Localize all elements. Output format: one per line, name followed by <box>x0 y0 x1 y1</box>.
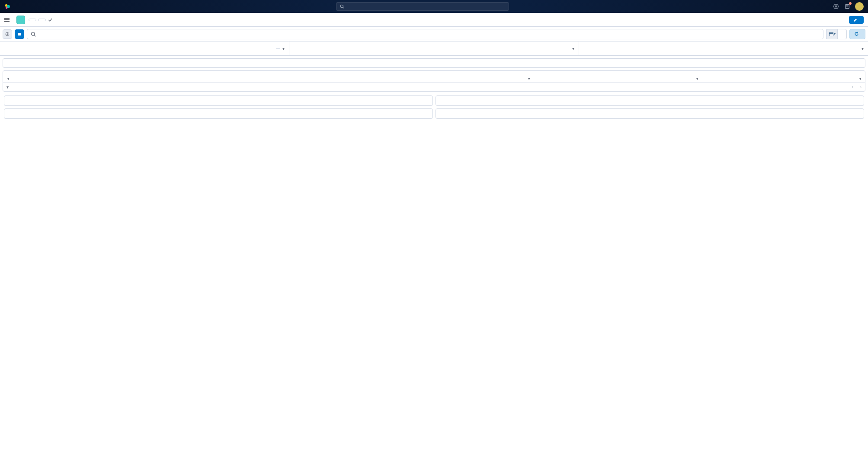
pod-name-control[interactable]: ▾ <box>579 41 868 55</box>
query-bar: ▾ <box>0 27 868 41</box>
mem-left-chart-panel <box>4 108 433 119</box>
filters-button[interactable] <box>3 29 12 39</box>
svg-point-5 <box>834 4 839 9</box>
check-icon <box>48 17 53 22</box>
status-table: ▾ ▾ ▾ ▾ <box>3 74 865 83</box>
pagination: ‹ › <box>852 85 862 89</box>
refresh-button[interactable] <box>849 29 865 39</box>
edit-button[interactable] <box>849 16 864 24</box>
svg-point-3 <box>340 5 343 7</box>
user-avatar[interactable] <box>855 2 864 11</box>
refresh-icon <box>854 32 859 36</box>
disk-icon <box>17 32 22 36</box>
filter-count-badge <box>276 48 280 49</box>
svg-point-14 <box>32 32 35 35</box>
mem-right-chart-panel <box>436 108 865 119</box>
search-icon <box>31 32 36 37</box>
cluster-name-control[interactable]: ▾ <box>0 41 289 55</box>
calendar-icon[interactable]: ▾ <box>826 29 837 39</box>
col-ready[interactable]: ▾ <box>641 74 753 83</box>
kql-input[interactable] <box>27 29 823 39</box>
nav-toggle-button[interactable] <box>4 16 13 24</box>
svg-point-2 <box>6 7 8 9</box>
controls-row: ▾ ▾ ▾ <box>0 41 868 56</box>
namespace-name-control[interactable]: ▾ <box>289 41 579 55</box>
global-search-input[interactable] <box>336 2 509 11</box>
svg-line-4 <box>343 7 344 9</box>
global-header <box>0 0 868 13</box>
svg-rect-13 <box>18 32 21 35</box>
search-icon <box>340 4 344 9</box>
svg-point-6 <box>835 6 837 7</box>
app-badge[interactable] <box>16 16 25 24</box>
dashboard-links <box>3 62 865 67</box>
newsfeed-icon[interactable] <box>844 3 851 10</box>
svg-line-15 <box>34 35 35 36</box>
svg-rect-7 <box>846 5 849 9</box>
page-prev[interactable]: ‹ <box>852 85 853 89</box>
saved-query-button[interactable] <box>15 29 24 39</box>
status-per-pod-panel: ▾ ▾ ▾ ▾ ▾ ‹ › <box>3 70 865 92</box>
svg-rect-16 <box>829 32 833 36</box>
col-scheduled[interactable]: ▾ <box>753 74 865 83</box>
elastic-logo-icon <box>4 3 10 10</box>
kubernetes-dashboards-panel <box>3 58 865 68</box>
brand-logo[interactable] <box>4 3 13 10</box>
chevron-down-icon: ▾ <box>572 46 574 51</box>
time-range-label[interactable] <box>837 29 847 39</box>
cpu-node-chart-panel <box>4 95 433 106</box>
cpu-limit-chart-panel <box>436 95 865 106</box>
breadcrumb-current[interactable] <box>38 19 46 21</box>
breadcrumb-dashboard[interactable] <box>29 19 36 21</box>
page-next[interactable]: › <box>860 85 862 89</box>
col-pod[interactable]: ▾ <box>3 74 417 83</box>
time-picker[interactable]: ▾ <box>826 29 847 39</box>
pencil-icon <box>853 18 858 22</box>
filter-icon <box>5 32 10 37</box>
chevron-down-icon: ▾ <box>282 46 285 51</box>
help-icon[interactable] <box>833 3 839 10</box>
rows-per-page[interactable]: ▾ <box>6 85 9 89</box>
breadcrumb-bar <box>0 13 868 27</box>
breadcrumb <box>29 17 53 22</box>
col-phase[interactable]: ▾ <box>417 74 641 83</box>
chevron-down-icon: ▾ <box>862 46 864 51</box>
